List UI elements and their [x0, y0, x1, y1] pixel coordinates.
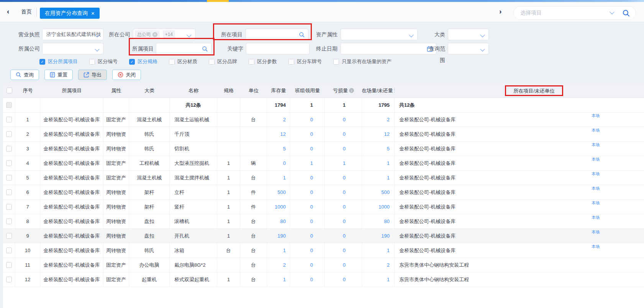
cell-stock-link[interactable]: 1 [267, 171, 290, 185]
cell-onsite-link[interactable]: 12 [362, 127, 395, 141]
row-checkbox[interactable] [6, 262, 12, 268]
cell-loss-link[interactable]: 0 [325, 258, 362, 272]
tab-home[interactable]: 首页 [21, 8, 32, 15]
row-checkbox[interactable] [6, 131, 12, 137]
onsite-link[interactable]: 本场 [592, 200, 600, 206]
distinguish-checkbox[interactable]: ✓区分规格 [129, 58, 157, 65]
cell-stock-link[interactable]: 1 [267, 272, 290, 287]
cell-stock-link[interactable]: 2 [267, 112, 290, 127]
cell-loss-link[interactable]: 0 [325, 229, 362, 243]
cell-loss-link[interactable]: 0 [325, 272, 362, 287]
row-checkbox[interactable] [6, 218, 12, 224]
owning-project-search-input[interactable] [156, 43, 211, 54]
cell-team-link[interactable]: 0 [290, 272, 325, 287]
cell-team-link[interactable]: 0 [290, 200, 325, 214]
row-checkbox[interactable] [6, 233, 12, 239]
checkbox-icon[interactable] [169, 59, 175, 65]
distinguish-checkbox[interactable]: 只显示有在场量的资产 [333, 58, 392, 65]
onsite-link[interactable]: 本场 [592, 230, 600, 235]
search-icon[interactable] [622, 9, 630, 17]
cell-team-link[interactable]: 0 [290, 171, 325, 185]
onsite-link[interactable]: 本场 [592, 128, 600, 133]
tag-close-icon[interactable]: × [152, 32, 157, 37]
cell-loss-link[interactable]: 0 [325, 214, 362, 228]
row-checkbox[interactable] [6, 146, 12, 152]
checkbox-icon[interactable] [249, 59, 254, 65]
onsite-link[interactable]: 本场 [592, 157, 600, 162]
query-button[interactable]: 查询 [10, 70, 39, 80]
distinguish-checkbox[interactable]: 区分材质 [169, 58, 197, 65]
cell-team-link[interactable]: 0 [290, 214, 325, 228]
cell-onsite-link[interactable]: 190 [362, 229, 395, 243]
cell-stock-link[interactable]: 1 [267, 243, 290, 257]
checkbox-checked-icon[interactable]: ✓ [129, 59, 135, 65]
row-checkbox[interactable] [6, 277, 12, 282]
onsite-link[interactable]: 本场 [592, 171, 600, 177]
cell-stock-link[interactable]: 500 [267, 185, 290, 199]
cell-onsite-link[interactable]: 2 [362, 258, 395, 272]
cell-team-link[interactable]: 0 [290, 185, 325, 199]
cell-onsite-link[interactable]: 2 [362, 112, 395, 127]
distinguish-checkbox[interactable]: ✓区分所属项目 [39, 58, 78, 65]
distinguish-checkbox[interactable]: 区分车牌号 [288, 58, 322, 65]
cell-stock-link[interactable]: 5 [267, 142, 290, 156]
tab-close-icon[interactable]: × [91, 10, 95, 16]
info-icon[interactable]: i [349, 88, 354, 93]
checkbox-icon[interactable] [89, 59, 95, 65]
select-all-checkbox[interactable] [7, 88, 12, 93]
cell-team-link[interactable]: 0 [290, 243, 325, 257]
onsite-link[interactable]: 本场 [592, 142, 600, 148]
cell-team-link[interactable]: 0 [290, 127, 325, 141]
cell-loss-link[interactable]: 0 [325, 112, 362, 127]
cell-stock-link[interactable]: 190 [267, 229, 290, 243]
export-button[interactable]: 导出 [78, 70, 107, 80]
cell-team-link[interactable]: 0 [290, 258, 325, 272]
row-checkbox[interactable] [6, 117, 12, 122]
onsite-link[interactable]: 本场 [592, 244, 600, 249]
row-checkbox[interactable] [6, 248, 12, 253]
cell-loss-link[interactable]: 0 [325, 171, 362, 185]
cell-team-link[interactable]: 1 [290, 156, 325, 170]
cell-loss-link[interactable]: 0 [325, 127, 362, 141]
cell-team-link[interactable]: 0 [290, 229, 325, 243]
checkbox-icon[interactable] [288, 59, 294, 65]
cell-team-link[interactable]: 0 [290, 112, 325, 127]
project-select[interactable]: 选择项目 [513, 6, 636, 20]
reset-button[interactable]: 重置 [44, 70, 73, 80]
end-date-input[interactable] [341, 43, 436, 54]
tab-active[interactable]: 在用资产分布查询 × [40, 8, 100, 19]
distinguish-checkbox[interactable]: 区分参数 [249, 58, 277, 65]
cell-onsite-link[interactable]: 5 [362, 142, 395, 156]
cell-onsite-link[interactable]: 1 [362, 272, 395, 287]
cell-onsite-link[interactable]: 1 [362, 243, 395, 257]
asset-attribute-select[interactable] [341, 29, 418, 40]
search-icon[interactable] [202, 46, 208, 52]
onsite-link[interactable]: 本场 [592, 215, 600, 220]
cell-stock-link[interactable]: 2 [267, 258, 290, 272]
row-checkbox[interactable] [6, 204, 12, 210]
query-scope-select[interactable] [448, 43, 489, 54]
cell-loss-link[interactable]: 1 [325, 156, 362, 170]
onsite-link[interactable]: 本场 [592, 113, 600, 119]
cell-loss-link[interactable]: 0 [325, 200, 362, 214]
row-checkbox[interactable] [6, 160, 12, 166]
checkbox-icon[interactable] [333, 59, 339, 65]
distinguish-checkbox[interactable]: 区分品牌 [209, 58, 237, 65]
current-project-search-input[interactable] [246, 29, 308, 40]
cell-stock-link[interactable]: 0 [267, 156, 290, 170]
cell-onsite-link[interactable]: 1 [362, 156, 395, 170]
cell-stock-link[interactable]: 1000 [267, 200, 290, 214]
cell-stock-link[interactable]: 80 [267, 214, 290, 228]
cell-loss-link[interactable]: 0 [325, 142, 362, 156]
business-license-select[interactable]: 济宁金虹装配式建筑科技 [42, 29, 103, 40]
cell-loss-link[interactable]: 0 [325, 243, 362, 257]
cell-loss-link[interactable]: 0 [325, 185, 362, 199]
tabs-scroll-left-icon[interactable]: ‹ [7, 7, 9, 16]
tabs-scroll-right-icon[interactable]: › [499, 7, 501, 16]
cell-team-link[interactable]: 0 [290, 142, 325, 156]
checkbox-checked-icon[interactable]: ✓ [39, 59, 45, 65]
company-multiselect[interactable]: 总公司 × +14 [133, 29, 195, 40]
keyword-input[interactable] [246, 43, 310, 54]
close-button[interactable]: 关闭 [112, 70, 141, 80]
row-checkbox[interactable] [6, 189, 12, 195]
